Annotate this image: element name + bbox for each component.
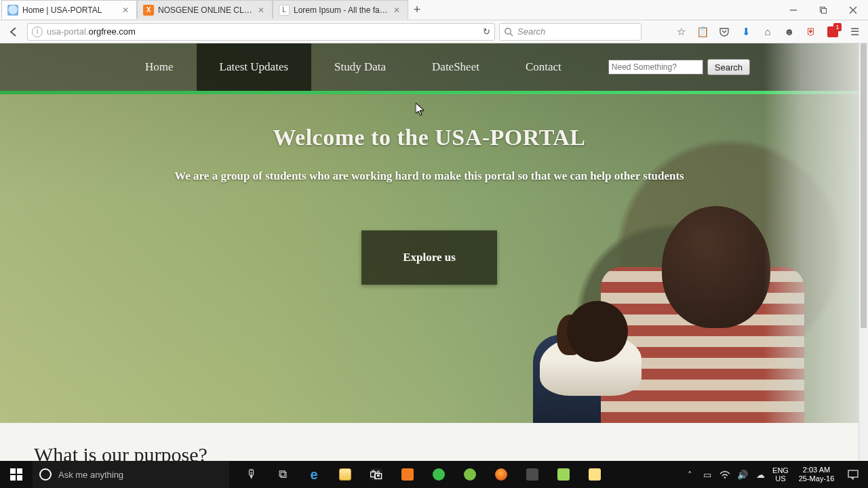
nav-label: DateSheet — [432, 60, 479, 74]
nav-home[interactable]: Home — [122, 43, 197, 91]
toolbar-icons: ☆ 📋 ⬇ ⌂ ☻ ⛨ 1 ☰ — [671, 22, 864, 41]
clock-time: 2:03 AM — [792, 466, 841, 474]
lang-bottom: US — [769, 474, 792, 483]
bookmark-star-icon[interactable]: ☆ — [671, 22, 690, 41]
addon-badge-icon[interactable]: 1 — [823, 22, 842, 41]
onedrive-icon[interactable]: ☁ — [751, 461, 769, 488]
sublime-icon[interactable] — [517, 461, 548, 488]
tab-1[interactable]: X NOSGENE ONLINE CLASS ✕ — [137, 0, 273, 19]
hero-copy: Welcome to the USA-PORTAL We are a group… — [0, 125, 859, 285]
browser-navbar: i usa-portal.orgfree.com ↻ Search ☆ 📋 ⬇ … — [0, 20, 868, 43]
clock[interactable]: 2:03 AM 25-May-16 — [792, 466, 841, 483]
minimize-button[interactable] — [778, 0, 808, 20]
tab-title: NOSGENE ONLINE CLASS — [158, 5, 256, 15]
clipboard-icon[interactable]: 📋 — [693, 22, 712, 41]
cortana-icon — [39, 468, 52, 481]
taskview-icon[interactable]: ⧉ — [267, 461, 298, 488]
hero-dog-image — [540, 294, 642, 396]
lang-top: ENG — [769, 466, 792, 474]
globe-icon — [7, 5, 18, 16]
system-tray: ˄ ▭ 🔊 ☁ ENG US 2:03 AM 25-May-16 — [681, 461, 868, 488]
nav-label: Contact — [526, 60, 561, 74]
tab-2[interactable]: L Lorem Ipsum - All the fact... ✕ — [273, 0, 408, 19]
nav-latest-updates[interactable]: Latest Updates — [197, 43, 312, 91]
badge-count: 1 — [833, 23, 842, 31]
vertical-scrollbar[interactable] — [859, 43, 868, 461]
close-tab-icon[interactable]: ✕ — [391, 5, 402, 16]
nav-datesheet[interactable]: DateSheet — [409, 43, 502, 91]
start-button[interactable] — [0, 461, 33, 488]
svg-rect-2 — [822, 9, 827, 14]
url-bar[interactable]: i usa-portal.orgfree.com ↻ — [27, 23, 495, 41]
tab-0[interactable]: Home | USA-PORTAL ✕ — [1, 0, 137, 19]
hero-subtitle: We are a group of students who are worki… — [0, 169, 859, 183]
cortana-search[interactable]: Ask me anything — [33, 461, 229, 488]
lipsum-icon: L — [279, 5, 290, 16]
wifi-icon[interactable] — [716, 461, 734, 488]
tab-title: Home | USA-PORTAL — [22, 5, 120, 15]
nav-label: Latest Updates — [220, 60, 289, 74]
notes-icon[interactable] — [579, 461, 610, 488]
explore-label: Explore us — [403, 251, 456, 264]
site-search-button[interactable]: Search — [707, 59, 750, 75]
site-search: Search — [608, 59, 750, 75]
svg-point-5 — [505, 28, 511, 33]
store-icon[interactable]: 🛍 — [361, 461, 392, 488]
download-icon[interactable]: ⬇ — [736, 22, 755, 41]
identity-icon[interactable]: i — [32, 26, 43, 37]
maximize-button[interactable] — [808, 0, 838, 20]
close-tab-icon[interactable]: ✕ — [256, 5, 267, 16]
firefox-window: Home | USA-PORTAL ✕ X NOSGENE ONLINE CLA… — [0, 0, 868, 488]
nav-contact[interactable]: Contact — [502, 43, 585, 91]
browser-search-box[interactable]: Search — [499, 23, 642, 41]
whatsapp-icon[interactable] — [423, 461, 454, 488]
explore-button[interactable]: Explore us — [361, 230, 497, 285]
windows-logo-icon — [10, 468, 22, 481]
home-icon[interactable]: ⌂ — [758, 22, 777, 41]
notepadpp-icon[interactable] — [548, 461, 579, 488]
language-indicator[interactable]: ENG US — [769, 466, 792, 483]
svg-point-8 — [724, 476, 726, 478]
reload-icon[interactable]: ↻ — [483, 26, 490, 37]
site-nav: Home Latest Updates Study Data DateSheet… — [0, 43, 859, 91]
mic-icon[interactable]: 🎙 — [236, 461, 267, 488]
new-tab-button[interactable]: + — [408, 0, 426, 19]
action-center-icon[interactable] — [841, 468, 865, 481]
battery-icon[interactable]: ▭ — [698, 461, 716, 488]
taskbar-pinned: 🎙 ⧉ e 🛍 — [229, 461, 610, 488]
nav-study-data[interactable]: Study Data — [311, 43, 409, 91]
file-explorer-icon[interactable] — [330, 461, 361, 488]
search-placeholder: Search — [517, 26, 545, 37]
back-button[interactable] — [4, 22, 23, 41]
xampp-icon[interactable] — [392, 461, 423, 488]
svg-rect-9 — [848, 470, 858, 477]
menu-icon[interactable]: ☰ — [845, 22, 864, 41]
edge-icon[interactable]: e — [298, 461, 330, 488]
page-content[interactable]: Home Latest Updates Study Data DateSheet… — [0, 43, 859, 461]
pocket-icon[interactable] — [715, 22, 734, 41]
tab-title: Lorem Ipsum - All the fact... — [294, 5, 391, 15]
shield-icon[interactable]: ⛨ — [802, 22, 821, 41]
tray-chevron-icon[interactable]: ˄ — [681, 461, 698, 488]
scrollbar-thumb[interactable] — [861, 43, 867, 328]
nav-label: Home — [145, 60, 174, 74]
section-heading: What is our purpose? — [34, 443, 825, 461]
hero-title: Welcome to the USA-PORTAL — [0, 125, 859, 150]
volume-icon[interactable]: 🔊 — [734, 461, 751, 488]
window-controls — [778, 0, 868, 20]
browser-titlebar: Home | USA-PORTAL ✕ X NOSGENE ONLINE CLA… — [0, 0, 868, 20]
close-window-button[interactable] — [838, 0, 868, 20]
url-prefix: usa-portal. — [47, 26, 88, 37]
purpose-section: What is our purpose? — [0, 423, 859, 461]
tabstrip: Home | USA-PORTAL ✕ X NOSGENE ONLINE CLA… — [0, 0, 426, 20]
cortana-placeholder: Ask me anything — [58, 470, 123, 480]
site-search-input[interactable] — [608, 60, 703, 75]
windows-taskbar: Ask me anything 🎙 ⧉ e 🛍 ˄ ▭ 🔊 ☁ ENG US — [0, 461, 868, 488]
clock-date: 25-May-16 — [792, 474, 841, 483]
close-tab-icon[interactable]: ✕ — [120, 5, 131, 16]
xampp-icon: X — [143, 5, 154, 16]
utorrent-icon[interactable] — [454, 461, 486, 488]
page-viewport: Home Latest Updates Study Data DateSheet… — [0, 43, 868, 461]
firefox-icon[interactable] — [486, 461, 517, 488]
smiley-icon[interactable]: ☻ — [780, 22, 799, 41]
